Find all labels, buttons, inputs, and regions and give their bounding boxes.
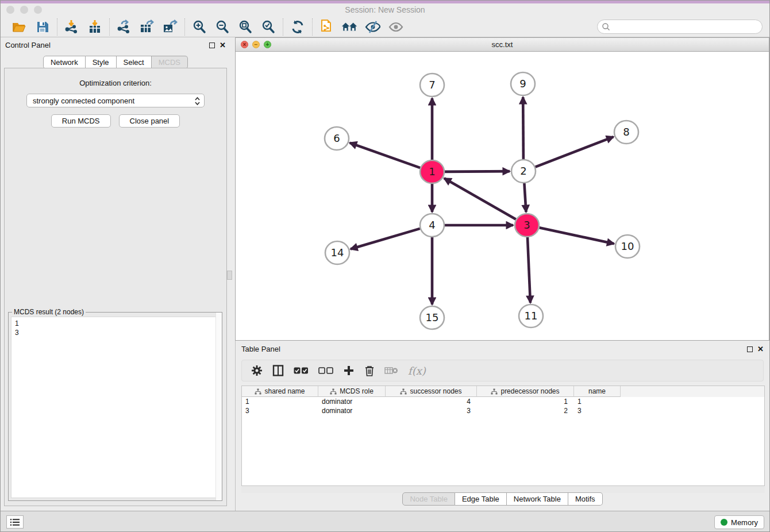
cell-shared-name[interactable]: 1 — [242, 397, 318, 406]
optimization-criterion-label: Optimization criterion: — [5, 79, 226, 87]
table-panel-title: Table Panel — [241, 345, 280, 353]
cell-mcds-role[interactable]: dominator — [318, 397, 386, 406]
tab-style[interactable]: Style — [86, 56, 117, 69]
mcds-result-scrollbar[interactable] — [215, 313, 222, 500]
houses-icon[interactable] — [341, 18, 359, 36]
graph-node-label-11: 11 — [525, 310, 538, 322]
tab-mcds[interactable]: MCDS — [152, 56, 188, 69]
cell-mcds-role[interactable]: dominator — [318, 406, 386, 415]
float-panel-icon[interactable] — [209, 43, 215, 48]
graph-node-label-3: 3 — [523, 219, 530, 231]
graph-node-label-15: 15 — [426, 311, 439, 323]
table-row[interactable]: 1 dominator 4 1 1 — [242, 397, 764, 406]
column-header-predecessor-nodes[interactable]: predecessor nodes — [477, 386, 574, 397]
tab-edge-table[interactable]: Edge Table — [455, 492, 507, 506]
graph-edge-1-6[interactable] — [350, 143, 421, 168]
node-table[interactable]: shared name MCDS role successor nodes pr… — [241, 385, 765, 486]
graph-edge-4-14[interactable] — [351, 229, 420, 249]
cell-successor-nodes[interactable]: 4 — [386, 397, 477, 406]
open-folder-icon[interactable] — [11, 18, 28, 36]
close-panel-button[interactable]: Close panel — [119, 114, 180, 128]
hierarchy-icon — [255, 388, 261, 395]
network-canvas[interactable]: 7968124314101511 — [236, 52, 769, 340]
task-history-button[interactable] — [6, 515, 24, 529]
graph-edge-1-2[interactable] — [445, 171, 510, 172]
settings-gear-icon[interactable] — [251, 365, 263, 376]
graph-node-label-4: 4 — [429, 219, 435, 231]
criterion-dropdown[interactable]: strongly connected component — [26, 94, 205, 107]
zoom-out-icon[interactable] — [214, 18, 231, 36]
graph-node-label-10: 10 — [621, 240, 634, 252]
tab-network-table[interactable]: Network Table — [507, 492, 568, 506]
mcds-result-list[interactable]: 1 3 — [11, 317, 220, 498]
import-table-icon[interactable] — [86, 18, 103, 36]
tab-node-table[interactable]: Node Table — [402, 492, 455, 506]
network-window-titlebar[interactable]: × − + scc.txt — [236, 38, 769, 52]
refresh-icon[interactable] — [289, 18, 306, 36]
cell-predecessor-nodes[interactable]: 1 — [477, 397, 574, 406]
import-network-icon[interactable] — [63, 18, 80, 36]
graph-node-label-1: 1 — [429, 165, 435, 178]
graph-node-label-14: 14 — [331, 246, 344, 259]
cell-name[interactable]: 1 — [574, 397, 621, 406]
mcds-result-group: MCDS result (2 nodes) 1 3 — [8, 312, 222, 501]
cell-predecessor-nodes[interactable]: 2 — [477, 406, 574, 415]
delete-column-disabled-icon — [384, 366, 398, 375]
graph-edge-2-3[interactable] — [524, 183, 526, 212]
control-panel-tabs: Network Style Select MCDS — [1, 56, 230, 69]
tab-network[interactable]: Network — [43, 56, 86, 69]
titlebar: Session: New Session — [1, 3, 769, 17]
graph-edge-2-9[interactable] — [523, 97, 523, 159]
duplicate-network-icon[interactable] — [318, 18, 336, 36]
main-toolbar — [1, 17, 769, 37]
hierarchy-icon — [400, 388, 407, 395]
float-table-panel-icon[interactable] — [747, 346, 753, 352]
export-network-icon[interactable] — [116, 18, 133, 36]
criterion-value: strongly connected component — [33, 97, 134, 105]
graph-edge-3-1[interactable] — [444, 178, 516, 219]
eye-slash-icon[interactable] — [364, 18, 382, 36]
export-image-icon[interactable] — [161, 18, 179, 36]
close-table-panel-icon[interactable]: ✕ — [757, 345, 764, 353]
cell-name[interactable]: 3 — [574, 406, 621, 415]
graph-node-label-8: 8 — [623, 126, 629, 138]
save-icon[interactable] — [34, 18, 51, 36]
zoom-fit-icon[interactable] — [237, 18, 254, 36]
tab-select[interactable]: Select — [117, 56, 152, 69]
column-header-name[interactable]: name — [574, 386, 621, 397]
zoom-selected-icon[interactable] — [260, 18, 277, 36]
column-header-shared-name[interactable]: shared name — [242, 386, 318, 397]
zoom-in-icon[interactable] — [191, 18, 208, 36]
run-mcds-button[interactable]: Run MCDS — [51, 114, 111, 128]
graph-edge-3-11[interactable] — [528, 237, 530, 303]
table-header-row: shared name MCDS role successor nodes pr… — [242, 386, 764, 397]
column-header-mcds-role[interactable]: MCDS role — [318, 386, 386, 397]
graph-edge-3-10[interactable] — [540, 228, 614, 244]
vertical-splitter-grip[interactable] — [227, 271, 232, 280]
network-window-title: scc.txt — [236, 40, 769, 49]
control-panel-title: Control Panel — [5, 41, 51, 49]
export-table-icon[interactable] — [138, 18, 156, 36]
close-panel-icon[interactable]: ✕ — [220, 41, 226, 49]
memory-button[interactable]: Memory — [714, 515, 764, 529]
graph-node-label-2: 2 — [520, 165, 526, 177]
eye-icon[interactable] — [387, 18, 405, 36]
delete-table-icon[interactable] — [364, 365, 375, 377]
graph-node-label-6: 6 — [333, 132, 340, 144]
cell-successor-nodes[interactable]: 3 — [386, 406, 477, 415]
cell-shared-name[interactable]: 3 — [242, 406, 318, 415]
list-icon — [10, 518, 20, 526]
tab-motifs[interactable]: Motifs — [568, 492, 603, 506]
application-window: Session: New Session — [0, 0, 770, 532]
add-column-icon[interactable] — [343, 365, 355, 376]
table-row[interactable]: 3 dominator 3 2 3 — [242, 406, 764, 415]
graph-edge-2-8[interactable] — [536, 137, 614, 167]
select-all-icon[interactable] — [294, 367, 309, 375]
control-panel: Control Panel ✕ Network Style Select MCD… — [1, 37, 230, 512]
status-bar: Memory — [1, 511, 769, 531]
deselect-all-icon[interactable] — [318, 367, 333, 375]
column-header-successor-nodes[interactable]: successor nodes — [386, 386, 477, 397]
search-input[interactable] — [597, 20, 763, 34]
window-title: Session: New Session — [1, 5, 769, 14]
toggle-column-view-icon[interactable] — [272, 365, 284, 376]
